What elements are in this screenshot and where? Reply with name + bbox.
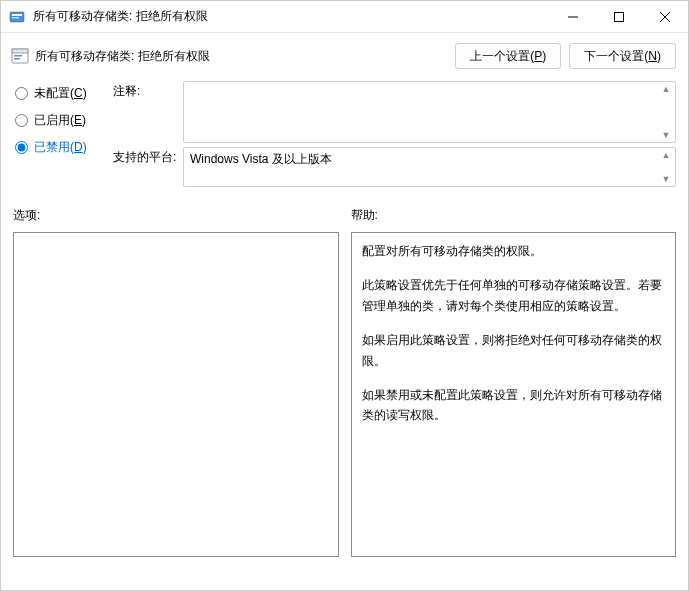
policy-title: 所有可移动存储类: 拒绝所有权限 [35,48,455,65]
svg-rect-2 [12,17,19,19]
policy-icon [11,47,29,65]
scroll-up-icon[interactable]: ▲ [659,149,673,161]
radio-enabled[interactable]: 已启用(E) [15,112,105,129]
svg-rect-4 [615,12,624,21]
radio-disabled[interactable]: 已禁用(D) [15,139,105,156]
config-section: 未配置(C) 已启用(E) 已禁用(D) 注释: ▲ ▼ 支持的平台: Wind… [1,79,688,195]
options-panel [13,232,339,557]
scroll-up-icon[interactable]: ▲ [659,83,673,95]
titlebar: 所有可移动存储类: 拒绝所有权限 [1,1,688,33]
options-label: 选项: [13,207,339,224]
svg-rect-10 [14,58,20,60]
scroll-down-icon[interactable]: ▼ [659,129,673,141]
supported-platform-value: Windows Vista 及以上版本 [190,152,332,166]
window-title: 所有可移动存储类: 拒绝所有权限 [33,8,550,25]
help-paragraph: 此策略设置优先于任何单独的可移动存储策略设置。若要管理单独的类，请对每个类使用相… [362,275,666,316]
header-row: 所有可移动存储类: 拒绝所有权限 上一个设置(P) 下一个设置(N) [1,33,688,79]
window-controls [550,1,688,32]
minimize-button[interactable] [550,1,596,32]
comment-label: 注释: [113,81,183,143]
radio-not-configured[interactable]: 未配置(C) [15,85,105,102]
next-setting-button[interactable]: 下一个设置(N) [569,43,676,69]
state-radio-group: 未配置(C) 已启用(E) 已禁用(D) [15,81,105,191]
help-paragraph: 如果启用此策略设置，则将拒绝对任何可移动存储类的权限。 [362,330,666,371]
close-button[interactable] [642,1,688,32]
lower-section: 选项: 帮助: 配置对所有可移动存储类的权限。 此策略设置优先于任何单独的可移动… [1,195,688,565]
app-icon [9,9,25,25]
radio-enabled-input[interactable] [15,114,28,127]
maximize-button[interactable] [596,1,642,32]
previous-setting-button[interactable]: 上一个设置(P) [455,43,561,69]
supported-platform-box: Windows Vista 及以上版本 ▲ ▼ [183,147,676,187]
help-paragraph: 配置对所有可移动存储类的权限。 [362,241,666,261]
svg-rect-8 [12,49,28,53]
radio-disabled-input[interactable] [15,141,28,154]
comment-textarea[interactable]: ▲ ▼ [183,81,676,143]
supported-platform-label: 支持的平台: [113,147,183,187]
radio-not-configured-input[interactable] [15,87,28,100]
help-label: 帮助: [351,207,677,224]
svg-rect-1 [12,14,22,16]
help-panel: 配置对所有可移动存储类的权限。 此策略设置优先于任何单独的可移动存储策略设置。若… [351,232,677,557]
help-paragraph: 如果禁用或未配置此策略设置，则允许对所有可移动存储类的读写权限。 [362,385,666,426]
scroll-down-icon[interactable]: ▼ [659,173,673,185]
svg-rect-9 [14,55,22,57]
